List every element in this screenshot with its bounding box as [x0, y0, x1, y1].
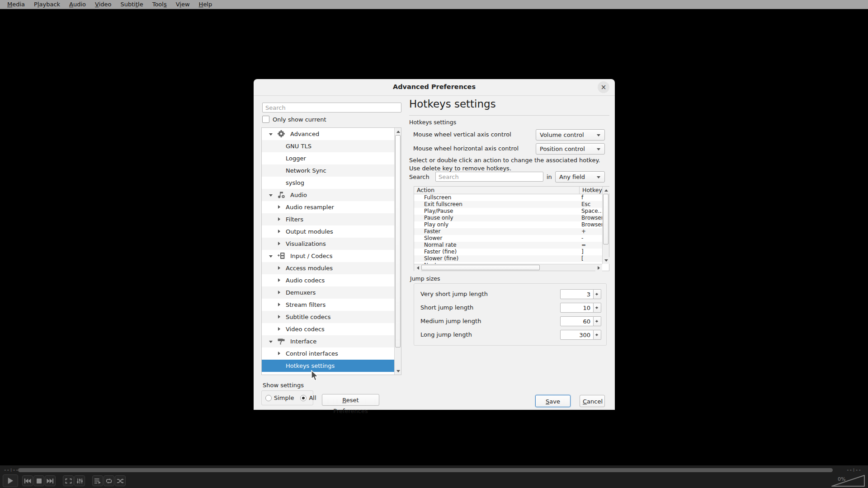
hotkey-row[interactable]: Slower (fine)[	[414, 255, 602, 262]
hotkey-row[interactable]: Fullscreenf	[414, 194, 602, 201]
spinner-buttons[interactable]	[594, 330, 601, 340]
menu-audio[interactable]: Audio	[65, 0, 90, 9]
menu-media[interactable]: Media	[3, 0, 29, 9]
hotkey-search-input[interactable]	[435, 172, 543, 182]
tree-item-output-modules[interactable]: Output modules	[262, 225, 401, 238]
expander-down-icon[interactable]	[269, 133, 273, 137]
close-icon[interactable]: ×	[598, 81, 609, 93]
spin-down-icon[interactable]	[595, 294, 598, 297]
column-header-hotkey[interactable]: Hotkey	[580, 187, 602, 194]
spinner-buttons[interactable]	[594, 303, 601, 313]
jump-size-input[interactable]	[560, 303, 594, 313]
expander-right-icon[interactable]	[278, 327, 282, 331]
expander-right-icon[interactable]	[278, 205, 282, 209]
tree-item-subtitle-codecs[interactable]: Subtitle codecs	[262, 311, 401, 323]
hotkey-row[interactable]: Play/PauseSpace…	[414, 208, 602, 215]
menu-playback[interactable]: Playback	[29, 0, 65, 9]
tree-item-audio-resampler[interactable]: Audio resampler	[262, 201, 401, 213]
previous-button[interactable]	[22, 475, 33, 486]
tree-item-logger[interactable]: Logger	[262, 152, 401, 164]
hotkey-row[interactable]: Play onlyBrowser	[414, 221, 602, 228]
tree-item-network-sync[interactable]: Network Sync	[262, 164, 401, 177]
tree-item-hotkeys-settings[interactable]: Hotkeys settings	[262, 360, 401, 372]
expander-down-icon[interactable]	[269, 341, 273, 345]
dialog-titlebar[interactable]: Advanced Preferences ×	[254, 79, 615, 96]
reset-preferences-button[interactable]: Reset Preferences	[322, 394, 379, 406]
spin-down-icon[interactable]	[595, 334, 598, 338]
tree-item-audio-codecs[interactable]: Audio codecs	[262, 274, 401, 286]
jump-size-input[interactable]	[560, 289, 594, 299]
checkbox-icon[interactable]	[262, 116, 269, 123]
expander-right-icon[interactable]	[278, 291, 282, 294]
column-header-action[interactable]: Action	[414, 187, 580, 194]
tree-scrollbar[interactable]	[394, 128, 401, 375]
hotkey-row[interactable]: Pause onlyBrowser	[414, 215, 602, 221]
only-show-current-checkbox[interactable]: Only show current	[262, 116, 326, 123]
radio-all[interactable]: All	[300, 394, 316, 401]
menu-help[interactable]: Help	[194, 0, 217, 9]
tree-item-audio[interactable]: Audio	[262, 189, 401, 201]
menu-video[interactable]: Video	[90, 0, 116, 9]
save-button[interactable]: Save	[535, 395, 571, 407]
expander-right-icon[interactable]	[278, 266, 282, 270]
play-button[interactable]	[3, 474, 18, 487]
tree-item-stream-filters[interactable]: Stream filters	[262, 299, 401, 311]
tree-item-filters[interactable]: Filters	[262, 213, 401, 225]
spinner-buttons[interactable]	[594, 316, 601, 326]
seek-slider[interactable]	[18, 468, 833, 472]
tree-item-video-codecs[interactable]: Video codecs	[262, 323, 401, 335]
scroll-down-icon[interactable]	[603, 257, 609, 264]
shuffle-button[interactable]	[115, 475, 126, 486]
hotkey-row[interactable]: Normal rate=	[414, 242, 602, 249]
menu-tools[interactable]: Tools	[148, 0, 171, 9]
mouse-horizontal-dropdown[interactable]: Position control	[536, 143, 605, 155]
playlist-button[interactable]	[92, 475, 103, 486]
expander-right-icon[interactable]	[278, 352, 282, 355]
expander-right-icon[interactable]	[278, 315, 282, 319]
expander-right-icon[interactable]	[278, 242, 282, 245]
radio-selected-icon[interactable]	[300, 395, 307, 401]
tree-item-demuxers[interactable]: Demuxers	[262, 286, 401, 299]
menu-subtitle[interactable]: Subtitle	[116, 0, 147, 9]
next-button[interactable]	[45, 475, 56, 486]
menu-view[interactable]: View	[171, 0, 194, 9]
fullscreen-button[interactable]	[63, 475, 74, 486]
loop-button[interactable]	[104, 475, 114, 486]
table-horizontal-scrollbar[interactable]	[414, 264, 602, 271]
scroll-down-icon[interactable]	[395, 368, 401, 375]
tree-item-input-codecs[interactable]: Input / Codecs	[262, 250, 401, 262]
hotkey-row[interactable]: Exit fullscreenEsc	[414, 201, 602, 208]
table-vscroll-thumb[interactable]	[603, 194, 609, 244]
radio-icon[interactable]	[265, 395, 272, 401]
mouse-vertical-dropdown[interactable]: Volume control	[536, 129, 605, 141]
expander-right-icon[interactable]	[278, 230, 282, 233]
stop-button[interactable]	[33, 475, 44, 486]
expander-down-icon[interactable]	[269, 194, 273, 198]
expander-down-icon[interactable]	[269, 255, 273, 259]
tree-item-access-modules[interactable]: Access modules	[262, 262, 401, 274]
preferences-search-input[interactable]	[262, 103, 401, 113]
spin-down-icon[interactable]	[595, 321, 598, 324]
scroll-up-icon[interactable]	[395, 128, 401, 135]
expander-right-icon[interactable]	[278, 278, 282, 282]
table-vertical-scrollbar[interactable]	[602, 187, 609, 264]
scroll-left-icon[interactable]	[414, 264, 421, 271]
expander-right-icon[interactable]	[278, 217, 282, 221]
spinner-buttons[interactable]	[594, 289, 601, 299]
tree-item-advanced[interactable]: Advanced	[262, 128, 401, 140]
jump-size-input[interactable]	[560, 316, 594, 326]
cancel-button[interactable]: Cancel	[580, 395, 605, 407]
hotkey-row[interactable]: Slower-	[414, 235, 602, 242]
scroll-right-icon[interactable]	[595, 264, 602, 271]
spin-down-icon[interactable]	[595, 307, 598, 310]
scroll-up-icon[interactable]	[603, 187, 609, 193]
tree-item-interface[interactable]: Interface	[262, 335, 401, 347]
table-hscroll-thumb[interactable]	[421, 265, 540, 270]
tree-item-visualizations[interactable]: Visualizations	[262, 238, 401, 250]
expander-right-icon[interactable]	[278, 303, 282, 306]
jump-size-input[interactable]	[560, 330, 594, 340]
tree-item-gnu-tls[interactable]: GNU TLS	[262, 140, 401, 152]
search-field-dropdown[interactable]: Any field	[555, 171, 605, 183]
tree-item-main-interfaces[interactable]: Main interfaces	[262, 372, 401, 375]
extended-settings-button[interactable]	[74, 475, 85, 486]
